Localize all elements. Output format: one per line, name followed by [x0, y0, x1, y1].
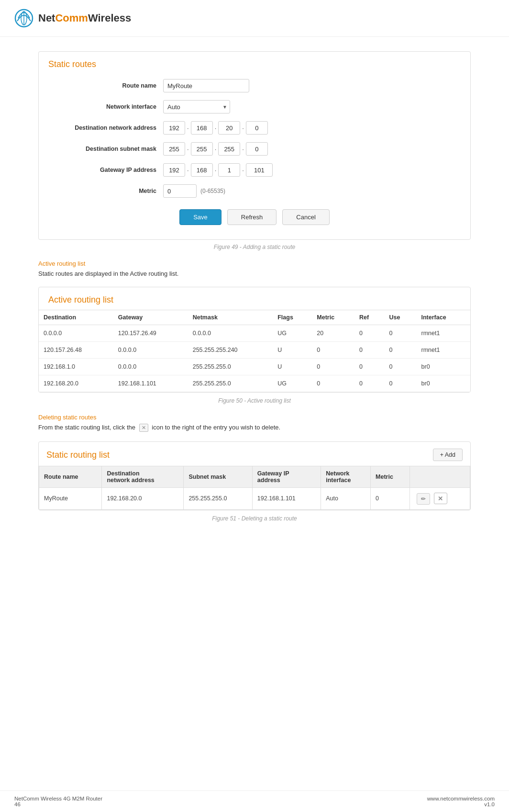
- table-cell: 0.0.0.0: [188, 325, 273, 342]
- subnet-octet-1[interactable]: [163, 142, 185, 156]
- route-name-row: Route name: [48, 79, 461, 92]
- col-actions: [410, 466, 470, 488]
- form-buttons: Save Refresh Cancel: [48, 209, 461, 230]
- table-cell: 255.255.255.0: [188, 359, 273, 375]
- active-routing-table: Destination Gateway Netmask Flags Metric…: [39, 310, 470, 392]
- metric-input[interactable]: [163, 184, 197, 198]
- subnet-dot-3: ·: [242, 146, 244, 153]
- table-cell: U: [273, 342, 312, 359]
- table-cell: br0: [417, 375, 470, 392]
- delete-section: Deleting static routes From the static r…: [38, 414, 471, 522]
- gateway-octet-1[interactable]: [163, 163, 185, 177]
- dest-ip-octet-1[interactable]: [163, 121, 185, 135]
- static-routing-table-header: Route name Destinationnetwork address Su…: [39, 466, 470, 488]
- delete-desc-after: icon to the right of the entry you wish …: [152, 424, 280, 431]
- col-network-interface: Networkinterface: [321, 466, 371, 488]
- footer-page-number: 46: [14, 801, 102, 807]
- subnet-octet-4[interactable]: [246, 142, 268, 156]
- table-cell: U: [273, 359, 312, 375]
- save-button[interactable]: Save: [179, 209, 221, 225]
- table-cell: 0.0.0.0: [39, 325, 113, 342]
- edit-icon: ✏: [421, 496, 426, 502]
- table-row: 0.0.0.0120.157.26.490.0.0.0UG2000rmnet1: [39, 325, 470, 342]
- gateway-ip-group: · · ·: [163, 163, 273, 177]
- ip-dot-1: ·: [187, 124, 189, 132]
- dest-ip-octet-2[interactable]: [191, 121, 213, 135]
- footer-left: NetComm Wireless 4G M2M Router 46: [14, 796, 102, 807]
- static-routes-panel: Static routes Route name Network interfa…: [38, 51, 471, 240]
- subnet-octet-3[interactable]: [218, 142, 240, 156]
- footer: NetComm Wireless 4G M2M Router 46 www.ne…: [0, 790, 509, 812]
- table-row: MyRoute192.168.20.0255.255.255.0192.168.…: [39, 488, 470, 510]
- col-metric: Metric: [312, 310, 354, 325]
- col-use: Use: [385, 310, 417, 325]
- subnet-dot-1: ·: [187, 146, 189, 153]
- table-cell: 0: [385, 359, 417, 375]
- table-cell: 0: [354, 342, 385, 359]
- ip-dot-2: ·: [215, 124, 217, 132]
- route-name-label: Route name: [48, 82, 163, 89]
- netcomm-logo-icon: [14, 9, 33, 28]
- table-cell: 0: [354, 359, 385, 375]
- delete-heading: Deleting static routes: [38, 414, 471, 421]
- table-row: 192.168.1.00.0.0.0255.255.255.0U000br0: [39, 359, 470, 375]
- actions-cell: ✏ ✕: [410, 488, 470, 510]
- table-cell: rmnet1: [417, 342, 470, 359]
- dest-ip-octet-4[interactable]: [246, 121, 268, 135]
- route-name-input[interactable]: [163, 79, 249, 92]
- table-cell: 255.255.255.240: [188, 342, 273, 359]
- x-icon-inline: ✕: [139, 424, 148, 432]
- gateway-dot-1: ·: [187, 167, 189, 174]
- static-routing-list-panel: Static routing list + Add Route name Des…: [38, 441, 471, 510]
- dest-ip-octet-3[interactable]: [218, 121, 240, 135]
- dest-ip-group: · · ·: [163, 121, 268, 135]
- table-cell: 0: [312, 342, 354, 359]
- refresh-button[interactable]: Refresh: [227, 209, 277, 225]
- gateway-dot-2: ·: [215, 167, 217, 174]
- col-gateway-ip-addr: Gateway IPaddress: [252, 466, 321, 488]
- table-cell: 0: [385, 375, 417, 392]
- table-cell: MyRoute: [39, 488, 102, 510]
- static-routes-form: Route name Network interface Auto ▼ Dest…: [39, 74, 470, 239]
- logo-net: Net: [38, 12, 55, 24]
- table-cell: 0: [312, 359, 354, 375]
- table-cell: 0: [312, 375, 354, 392]
- table-cell: 120.157.26.49: [113, 325, 188, 342]
- delete-button[interactable]: ✕: [434, 493, 447, 504]
- table-cell: 0: [354, 375, 385, 392]
- col-gateway: Gateway: [113, 310, 188, 325]
- static-routing-list-title: Static routing list: [46, 450, 110, 460]
- ip-dot-3: ·: [242, 124, 244, 132]
- col-netmask: Netmask: [188, 310, 273, 325]
- col-metric-2: Metric: [371, 466, 410, 488]
- col-destination: Destination: [39, 310, 113, 325]
- logo-text: NetCommWireless: [38, 12, 131, 24]
- logo-comm: Comm: [55, 12, 88, 24]
- subnet-octet-2[interactable]: [191, 142, 213, 156]
- dest-subnet-label: Destination subnet mask: [48, 146, 163, 152]
- network-interface-select[interactable]: Auto: [163, 100, 230, 113]
- gateway-octet-4[interactable]: [246, 163, 273, 177]
- gateway-dot-3: ·: [242, 167, 244, 174]
- table-cell: 0: [385, 342, 417, 359]
- header: NetCommWireless: [0, 0, 509, 37]
- table-cell: br0: [417, 359, 470, 375]
- col-flags: Flags: [273, 310, 312, 325]
- dest-network-row: Destination network address · · ·: [48, 121, 461, 135]
- table-cell: 255.255.255.0: [188, 375, 273, 392]
- main-content: Static routes Route name Network interfa…: [0, 37, 509, 546]
- table-cell: 20: [312, 325, 354, 342]
- col-route-name: Route name: [39, 466, 102, 488]
- table-row: 192.168.20.0192.168.1.101255.255.255.0UG…: [39, 375, 470, 392]
- gateway-octet-3[interactable]: [218, 163, 240, 177]
- network-interface-label: Network interface: [48, 103, 163, 110]
- add-button[interactable]: + Add: [433, 449, 463, 461]
- cancel-button[interactable]: Cancel: [282, 209, 329, 225]
- subnet-dot-2: ·: [215, 146, 217, 153]
- edit-button[interactable]: ✏: [417, 493, 430, 505]
- table-cell: 120.157.26.48: [39, 342, 113, 359]
- col-subnet-mask: Subnet mask: [184, 466, 252, 488]
- table-cell: 0: [371, 488, 410, 510]
- gateway-octet-2[interactable]: [191, 163, 213, 177]
- table-cell: 0: [354, 325, 385, 342]
